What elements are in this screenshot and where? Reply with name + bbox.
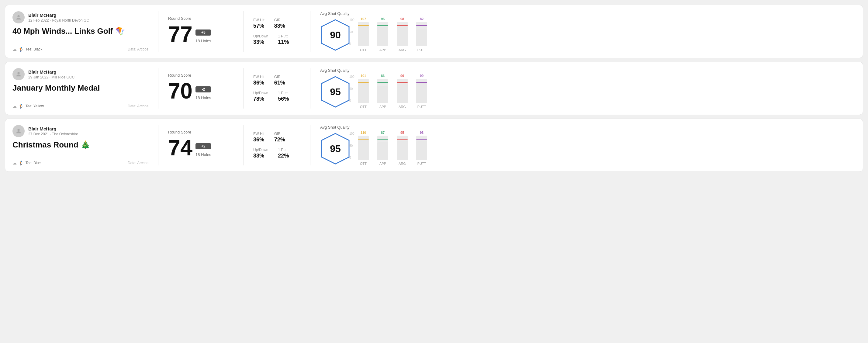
bar-label: ARG: [399, 48, 406, 52]
sq-score: 95: [330, 86, 341, 98]
score-meta: +2 18 Holes: [195, 143, 211, 159]
bar-fill: [397, 141, 408, 160]
player-name: Blair McHarg: [28, 69, 74, 74]
stats-row-top: FW Hit 86% GIR 61%: [253, 75, 300, 86]
stats-section: FW Hit 36% GIR 72% Up/Down 33% 1 Putt: [244, 125, 310, 165]
bar-group: 110 OTT: [358, 131, 369, 165]
bar-value: 98: [400, 17, 404, 21]
bar-group: 107 OTT: [358, 17, 369, 52]
bar-group: 95 ARG: [397, 131, 408, 165]
updown-value: 33%: [253, 153, 268, 159]
gir-label: GIR: [274, 75, 285, 79]
score-meta: -2 18 Holes: [195, 86, 211, 102]
fw-hit-label: FW Hit: [253, 75, 265, 79]
gir-label: GIR: [274, 18, 285, 22]
mid-section: Round Score 77 +5 18 Holes: [158, 11, 244, 52]
round-title: January Monthly Medal: [12, 83, 148, 93]
oneputt-value: 22%: [278, 153, 289, 159]
fw-hit-label: FW Hit: [253, 18, 265, 22]
score-badge: +2: [195, 143, 211, 149]
stats-section: FW Hit 86% GIR 61% Up/Down 78% 1 Putt: [244, 68, 310, 108]
round-card: Blair McHarg 12 Feb 2022 · Royal North D…: [5, 5, 863, 58]
player-info: Blair McHarg 12 Feb 2022 · Royal North D…: [12, 11, 148, 23]
bar-line: [358, 25, 369, 26]
bar-wrapper: [358, 22, 369, 46]
score-number: 70: [168, 80, 192, 102]
hexagon-container: 90: [320, 18, 350, 52]
bar-line: [397, 139, 408, 139]
fw-hit-value: 57%: [253, 23, 265, 29]
bar-line: [416, 82, 427, 83]
fw-hit-label: FW Hit: [253, 132, 265, 136]
bar-value: 87: [381, 131, 384, 134]
weather-icon: ☁: [12, 47, 17, 52]
bar-value: 82: [420, 17, 424, 21]
fw-hit-stat: FW Hit 86%: [253, 75, 265, 86]
bar-label: OTT: [360, 48, 367, 52]
stats-row-bottom: Up/Down 33% 1 Putt 11%: [253, 34, 300, 45]
oneputt-stat: 1 Putt 11%: [278, 34, 289, 45]
bar-wrapper: [358, 136, 369, 160]
stats-row-top: FW Hit 36% GIR 72%: [253, 132, 300, 143]
player-details: Blair McHarg 29 Jan 2022 · Mill Ride GCC: [28, 69, 74, 80]
avatar: [12, 68, 25, 80]
bar-value: 110: [361, 131, 366, 134]
bar-line: [416, 139, 427, 139]
bar-line: [377, 25, 388, 26]
fw-hit-value: 86%: [253, 80, 265, 86]
bar-line: [397, 25, 408, 26]
bar-group: 101 OTT: [358, 74, 369, 108]
oneputt-stat: 1 Putt 22%: [278, 148, 289, 159]
player-date-course: 27 Dec 2021 · The Oxfordshire: [28, 132, 78, 136]
bar-wrapper: [416, 79, 427, 103]
score-badge: +5: [195, 30, 211, 36]
avatar: [12, 11, 25, 23]
weather-icon: ☁: [12, 104, 17, 108]
bar-group: 82 PUTT: [416, 17, 427, 52]
gir-stat: GIR 83%: [274, 18, 285, 29]
score-holes: 18 Holes: [195, 39, 211, 43]
fw-hit-value: 36%: [253, 136, 265, 143]
gir-value: 72%: [274, 136, 285, 143]
oneputt-label: 1 Putt: [278, 148, 289, 152]
gir-label: GIR: [274, 132, 285, 136]
bar-fill: [358, 25, 369, 46]
oneputt-value: 56%: [278, 96, 289, 102]
bar-group: 98 ARG: [397, 17, 408, 52]
bar-line: [358, 139, 369, 139]
round-title: Christmas Round 🎄: [12, 140, 148, 150]
hexagon-container: 95: [320, 75, 350, 108]
data-source: Data: Arccos: [128, 161, 148, 165]
player-details: Blair McHarg 27 Dec 2021 · The Oxfordshi…: [28, 126, 78, 136]
shot-quality-section: 95 100 50 0 101 OTT 86: [320, 75, 856, 108]
bar-value: 107: [361, 17, 366, 21]
shot-quality-section: 90 100 50 0 107 OTT 95: [320, 18, 856, 52]
tee-info: ☁ 🏌 Tee: Yellow: [12, 104, 44, 108]
hexagon-container: 95: [320, 132, 350, 165]
bar-fill: [377, 142, 388, 160]
score-number: 77: [168, 23, 192, 45]
bag-icon: 🏌: [19, 47, 24, 52]
bar-label: APP: [379, 162, 386, 165]
updown-value: 33%: [253, 39, 268, 45]
bar-label: ARG: [399, 162, 406, 165]
gir-stat: GIR 61%: [274, 75, 285, 86]
mid-section: Round Score 70 -2 18 Holes: [158, 68, 244, 108]
weather-icon: ☁: [12, 161, 17, 165]
round-score-label: Round Score: [168, 16, 234, 21]
tee-label: Tee: Blue: [26, 161, 41, 165]
data-source: Data: Arccos: [128, 47, 148, 52]
svg-point-2: [17, 72, 20, 74]
sq-score: 95: [330, 143, 341, 154]
updown-label: Up/Down: [253, 91, 268, 95]
score-badge: -2: [195, 86, 211, 92]
updown-label: Up/Down: [253, 34, 268, 38]
stats-row-bottom: Up/Down 78% 1 Putt 56%: [253, 91, 300, 102]
bag-icon: 🏌: [19, 161, 24, 165]
bar-fill: [416, 30, 427, 46]
bar-fill: [416, 83, 427, 103]
left-section: Blair McHarg 27 Dec 2021 · The Oxfordshi…: [12, 125, 158, 165]
bar-label: OTT: [360, 105, 367, 108]
bar-label: PUTT: [417, 105, 426, 108]
bar-chart: 100 50 0 101 OTT 86 APP 96: [358, 75, 856, 108]
